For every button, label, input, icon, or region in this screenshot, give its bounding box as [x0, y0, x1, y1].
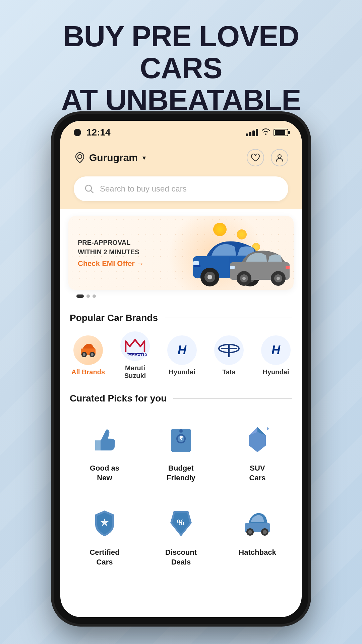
- popular-brands-section: Popular Car Brands: [60, 306, 302, 386]
- hatchback-car-icon: [241, 504, 274, 541]
- curated-hatchback[interactable]: Hatchback: [223, 496, 292, 574]
- search-icon: [84, 183, 95, 194]
- tag-icon: %: [164, 504, 198, 541]
- svg-point-20: [277, 277, 280, 280]
- status-icons-group: [246, 128, 288, 137]
- svg-point-0: [78, 155, 82, 159]
- curated-picks-title: Curated Picks for you: [70, 393, 167, 404]
- curated-picks-header: Curated Picks for you: [70, 393, 292, 404]
- svg-point-1: [278, 155, 281, 158]
- banner-sedan-car: [227, 243, 294, 286]
- hatchback-icon-box: [237, 503, 278, 543]
- header-actions: [247, 149, 288, 166]
- brand-maruti-label: MarutiSuzuki: [124, 364, 146, 380]
- discount-deals-icon-box: %: [161, 503, 201, 543]
- brand-tata[interactable]: Tata: [210, 335, 247, 376]
- phone-mockup: 12:14: [54, 114, 308, 624]
- brand-all-brands[interactable]: All Brands: [70, 335, 107, 376]
- svg-text:₹: ₹: [179, 436, 183, 441]
- search-area: Search to buy used cars: [60, 173, 302, 209]
- banner-subtitle: PRE-APPROVALWITHIN 2 MINUTES: [78, 238, 144, 257]
- profile-button[interactable]: [271, 149, 288, 166]
- banner-card[interactable]: PRE-APPROVALWITHIN 2 MINUTES Check EMI O…: [68, 216, 294, 290]
- phone-screen: 12:14: [60, 121, 302, 617]
- brand-maruti-icon-bg: MARUTI SUZUKI: [120, 331, 150, 361]
- signal-bars-icon: [246, 129, 258, 136]
- location-selector[interactable]: Gurugram ▾: [74, 152, 146, 164]
- curated-picks-section: Curated Picks for you Good asNew: [60, 386, 302, 577]
- camera-dot: [74, 129, 81, 136]
- brand-all-icon-bg: [73, 335, 103, 365]
- dot-inactive-1: [86, 294, 90, 298]
- budget-friendly-icon-box: ₹: [161, 419, 201, 459]
- svg-rect-21: [230, 266, 235, 269]
- banner-cta[interactable]: Check EMI Offer →: [78, 259, 144, 268]
- certified-cars-icon-box: [84, 503, 125, 543]
- svg-point-25: [83, 353, 85, 356]
- curated-suv-cars[interactable]: SUVCars: [223, 412, 292, 489]
- heart-icon: [251, 153, 260, 162]
- suv-cars-label: SUVCars: [249, 464, 266, 483]
- shield-icon: [88, 504, 121, 541]
- budget-friendly-label: BudgetFriendly: [167, 464, 195, 483]
- svg-text:MARUTI SUZUKI: MARUTI SUZUKI: [128, 352, 147, 356]
- brand-all-label: All Brands: [71, 368, 105, 376]
- brand-hyundai-2[interactable]: H Hyundai: [257, 335, 292, 376]
- thumbsup-icon: [88, 420, 121, 457]
- hero-title-line1: BUY PRE LOVED CARS: [63, 19, 299, 85]
- brand-tata-label: Tata: [222, 368, 236, 376]
- favorites-button[interactable]: [247, 149, 264, 166]
- status-time-area: 12:14: [74, 127, 111, 138]
- svg-point-27: [91, 353, 94, 356]
- diamond-icon: [241, 420, 274, 457]
- svg-point-6: [207, 275, 212, 279]
- svg-point-37: [179, 429, 183, 433]
- wifi-icon: [261, 128, 270, 137]
- all-brands-car-icon: [79, 342, 97, 358]
- curated-budget-friendly[interactable]: ₹ BudgetFriendly: [146, 412, 216, 489]
- banner-area: PRE-APPROVALWITHIN 2 MINUTES Check EMI O…: [60, 209, 302, 306]
- svg-marker-40: [249, 432, 266, 452]
- tata-logo-icon: [218, 342, 240, 359]
- curated-grid: Good asNew ₹: [70, 412, 292, 577]
- hyundai2-logo-icon: H: [272, 343, 280, 357]
- brand-hyundai2-label: Hyundai: [263, 368, 289, 376]
- curated-section-divider: [173, 398, 292, 399]
- brand-hyundai-1[interactable]: H Hyundai: [164, 335, 200, 376]
- wallet-icon: ₹: [164, 420, 198, 457]
- battery-icon: [274, 129, 288, 136]
- svg-rect-22: [286, 266, 290, 269]
- certified-cars-label: CertifiedCars: [89, 548, 119, 567]
- section-divider: [165, 318, 292, 318]
- brand-hyundai1-icon-bg: H: [167, 335, 197, 365]
- app-header: Gurugram ▾: [60, 144, 302, 173]
- brand-tata-icon-bg: [214, 335, 244, 365]
- good-as-new-icon-box: [84, 419, 125, 459]
- brand-hyundai2-icon-bg: H: [261, 335, 291, 365]
- status-time: 12:14: [86, 127, 111, 138]
- brand-maruti-suzuki[interactable]: MARUTI SUZUKI MarutiSuzuki: [117, 331, 154, 380]
- hatchback-label: Hatchback: [239, 548, 276, 557]
- search-bar[interactable]: Search to buy used cars: [74, 176, 288, 201]
- chevron-down-icon: ▾: [142, 154, 146, 162]
- location-pin-icon: [74, 152, 86, 164]
- curated-certified-cars[interactable]: CertifiedCars: [70, 496, 139, 574]
- curated-good-as-new[interactable]: Good asNew: [70, 412, 139, 489]
- popular-brands-title: Popular Car Brands: [70, 313, 158, 323]
- status-bar: 12:14: [60, 121, 302, 144]
- location-name: Gurugram: [89, 152, 138, 163]
- svg-point-47: [263, 530, 267, 534]
- curated-discount-deals[interactable]: % DiscountDeals: [146, 496, 216, 574]
- svg-point-17: [242, 277, 246, 280]
- brand-hyundai1-label: Hyundai: [169, 368, 195, 376]
- hyundai-logo-icon: H: [178, 343, 186, 357]
- maruti-suzuki-logo-icon: MARUTI SUZUKI: [123, 336, 147, 356]
- dot-active: [76, 294, 84, 298]
- person-icon: [275, 153, 284, 162]
- dot-inactive-2: [93, 294, 96, 298]
- brands-row: All Brands MARUTI SUZUKI MarutiSuzuki: [70, 331, 292, 380]
- popular-brands-header: Popular Car Brands: [70, 313, 292, 323]
- banner-dots: [68, 294, 294, 298]
- suv-cars-icon-box: [237, 419, 278, 459]
- svg-text:%: %: [177, 518, 184, 527]
